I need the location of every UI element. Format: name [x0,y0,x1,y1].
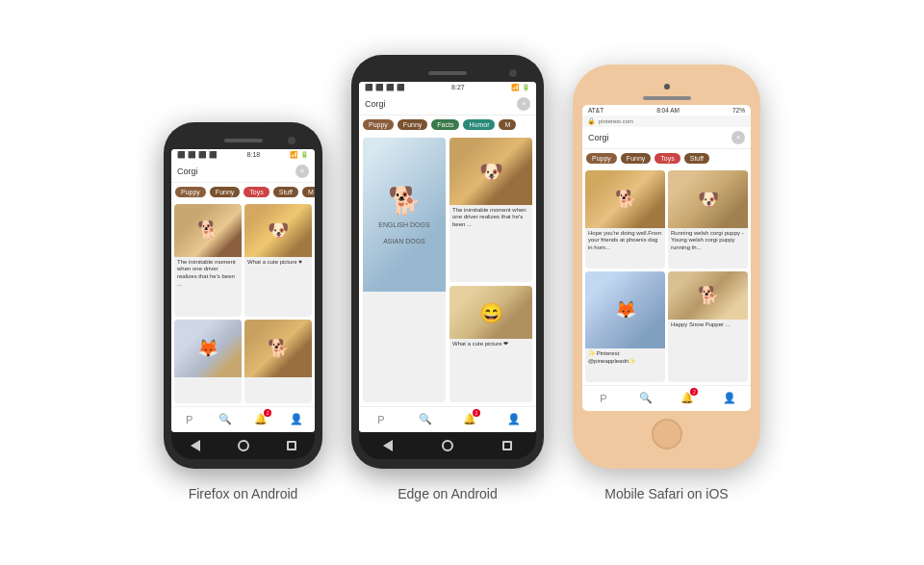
pin-card-4[interactable]: 🐕 [244,320,312,403]
speaker [224,139,263,142]
edge-tags-row: Puppy Funny Facts Humor M [359,116,536,134]
back-button[interactable] [191,440,200,451]
ios-label: Mobile Safari on iOS [604,486,728,501]
edge-pin-caption-2: The inimitable moment when one driver re… [449,205,532,231]
ios-tag-stuff[interactable]: Stuff [684,153,709,164]
pin-image-4: 🐕 [244,320,312,377]
firefox-label: Firefox on Android [189,486,298,501]
ios-search-bar[interactable]: × [582,127,751,149]
edge-tag-funny[interactable]: Funny [398,119,427,130]
edge-profile-nav-icon[interactable]: 👤 [505,411,523,428]
pin-card-3[interactable]: 🦊 [174,320,242,403]
firefox-android-phone: ⬛ ⬛ ⬛ ⬛ 8:18 📶 🔋 × Puppy Funny Toys [164,122,322,469]
edge-signal-icon: 📶 [511,84,520,91]
edge-screen: ⬛ ⬛ ⬛ ⬛ 8:27 📶 🔋 × Puppy Funny Facts Hum… [359,82,536,432]
edge-pin-card-1[interactable]: 🐕ENGLISH DOGS ASIAN DOGS [363,138,446,402]
ios-tag-puppy[interactable]: Puppy [586,153,617,164]
status-time: 8:18 [247,151,261,158]
ios-time: 8:04 AM [656,107,680,114]
tags-row: Puppy Funny Toys Stuff M [171,183,315,201]
home-button[interactable] [238,440,249,451]
edge-status-icons-right: 📶 🔋 [511,84,530,91]
bottom-nav: P 🔍 🔔 2 👤 [171,406,315,432]
ios-search-close-button[interactable]: × [732,131,745,144]
edge-phone-group: ⬛ ⬛ ⬛ ⬛ 8:27 📶 🔋 × Puppy Funny Facts Hum… [351,55,544,501]
ios-pin-caption-1: Hope you're doing well.From your friends… [585,228,665,254]
search-nav-icon[interactable]: 🔍 [217,411,234,428]
edge-search-close-button[interactable]: × [517,97,530,111]
ios-notif-badge: 2 [690,388,698,396]
search-bar[interactable]: × [171,161,315,183]
recents-button[interactable] [287,441,296,450]
firefox-phone-group: ⬛ ⬛ ⬛ ⬛ 8:18 📶 🔋 × Puppy Funny Toys [164,122,322,501]
ios-pinterest-nav-icon[interactable]: P [595,390,612,407]
edge-pin-card-2[interactable]: 🐶 The inimitable moment when one driver … [449,138,532,283]
ios-search-nav-icon[interactable]: 🔍 [637,390,654,407]
ios-notifications-nav-icon[interactable]: 🔔 2 [679,390,696,407]
edge-home-button[interactable] [442,440,453,451]
edge-label: Edge on Android [398,486,498,501]
edge-search-input[interactable] [365,99,517,109]
ios-pin-card-4[interactable]: 🐕 Happy Snow Pupper ... [668,271,748,382]
tag-funny[interactable]: Funny [210,187,240,197]
android-top-bar [171,132,315,149]
ios-bottom-nav: P 🔍 🔔 2 👤 [582,385,751,411]
edge-recents-button[interactable] [502,441,512,450]
edge-top-bar [359,64,536,82]
edge-tag-humor[interactable]: Humor [463,119,495,130]
ios-phone-group: AT&T 8:04 AM 72% 🔒 pinterest.com × Puppy [573,64,760,501]
battery-icon: 🔋 [300,151,309,159]
ios-pin-caption-4: Happy Snow Pupper ... [668,320,748,331]
edge-pin-card-3[interactable]: 😄 What a cute picture ❤ [449,286,532,401]
ios-pin-card-2[interactable]: 🐶 Running welsh corgi puppy - Young wels… [668,170,748,269]
pin-image-3: 🦊 [174,320,242,377]
tag-more[interactable]: M [302,187,315,197]
edge-search-nav-icon[interactable]: 🔍 [417,411,434,428]
notif-badge: 2 [264,409,271,417]
ios-url-bar[interactable]: 🔒 pinterest.com [582,116,751,127]
ios-battery: 72% [732,107,745,114]
ios-pin-card-3[interactable]: 🦊 ✨ Pinteresi: @pineappleadri✨ [585,271,665,382]
edge-back-button[interactable] [383,440,393,451]
main-container: ⬛ ⬛ ⬛ ⬛ 8:18 📶 🔋 × Puppy Funny Toys [0,36,924,530]
ios-camera [664,84,670,90]
ios-url: pinterest.com [599,118,633,124]
search-close-button[interactable]: × [295,165,309,178]
profile-nav-icon[interactable]: 👤 [288,411,305,428]
tag-stuff[interactable]: Stuff [273,187,298,197]
edge-notif-badge: 2 [473,409,480,417]
status-icons-left: ⬛ ⬛ ⬛ ⬛ [177,151,218,159]
edge-tag-puppy[interactable]: Puppy [363,119,394,130]
edge-pin-image-3: 😄 [449,286,532,339]
edge-tag-more[interactable]: M [499,119,516,130]
ios-pin-image-3: 🦊 [585,271,665,348]
ios-screen: AT&T 8:04 AM 72% 🔒 pinterest.com × Puppy [582,105,751,411]
ios-tag-toys[interactable]: Toys [654,153,680,164]
ios-top [582,76,751,105]
ios-search-input[interactable] [588,133,732,142]
ios-pin-caption-3: ✨ Pinteresi: @pineappleadri✨ [585,348,665,368]
pinterest-nav-icon[interactable]: P [181,411,198,428]
tag-toys[interactable]: Toys [244,187,269,197]
search-input[interactable] [177,167,295,176]
edge-status-bar: ⬛ ⬛ ⬛ ⬛ 8:27 📶 🔋 [359,82,536,93]
edge-search-bar[interactable]: × [359,93,536,116]
ios-profile-nav-icon[interactable]: 👤 [721,390,738,407]
pin-card-1[interactable]: 🐕 The inimitable moment when one driver … [174,204,242,317]
ios-home-button[interactable] [652,419,682,449]
ios-status-bar: AT&T 8:04 AM 72% [582,105,751,116]
edge-android-phone: ⬛ ⬛ ⬛ ⬛ 8:27 📶 🔋 × Puppy Funny Facts Hum… [351,55,544,469]
edge-speaker [428,71,467,75]
ios-tag-funny[interactable]: Funny [621,153,651,164]
ios-pin-card-1[interactable]: 🐕 Hope you're doing well.From your frien… [585,170,665,269]
edge-notifications-nav-icon[interactable]: 🔔 2 [461,411,478,428]
pin-caption-2: What a cute picture ♥ [244,257,312,269]
tag-puppy[interactable]: Puppy [175,187,206,197]
edge-pinterest-nav-icon[interactable]: P [372,411,390,428]
edge-tag-facts[interactable]: Facts [431,119,459,130]
notifications-nav-icon[interactable]: 🔔 2 [252,411,270,428]
ios-phone: AT&T 8:04 AM 72% 🔒 pinterest.com × Puppy [573,64,760,469]
lock-icon: 🔒 [587,117,596,125]
pin-card-2[interactable]: 🐶 What a cute picture ♥ [244,204,312,317]
edge-android-nav-bar [359,432,536,459]
